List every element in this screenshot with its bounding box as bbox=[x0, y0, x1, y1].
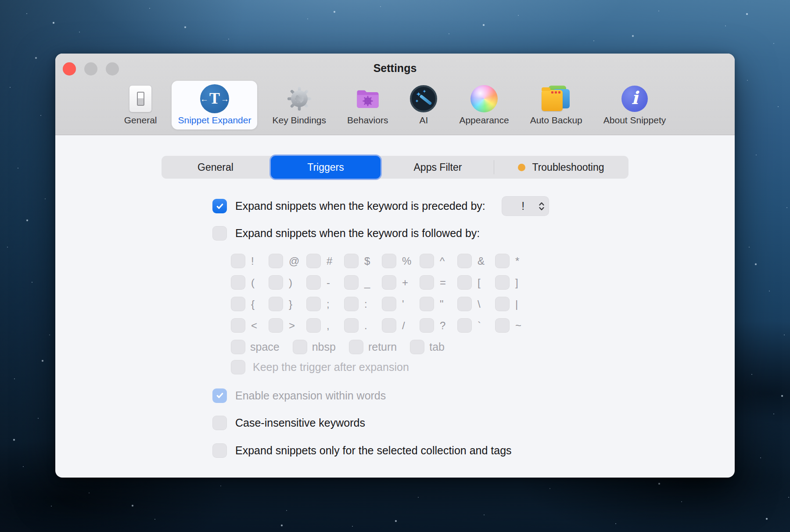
toolbar-label: Snippet Expander bbox=[178, 115, 251, 126]
symbol-label: | bbox=[515, 298, 518, 310]
symbol-label: ; bbox=[327, 298, 330, 310]
folder-gear-icon bbox=[353, 84, 382, 113]
symbol-trigger: < bbox=[231, 318, 269, 333]
symbol-trigger: ~ bbox=[495, 318, 533, 333]
checkbox bbox=[269, 318, 283, 333]
symbol-trigger: + bbox=[382, 275, 420, 290]
tab-troubleshooting[interactable]: Troubleshooting bbox=[494, 156, 628, 179]
followed-by-checkbox[interactable] bbox=[212, 226, 227, 241]
preceded-by-checkbox[interactable] bbox=[212, 199, 227, 213]
checkbox bbox=[306, 297, 321, 311]
tab-label: Troubleshooting bbox=[532, 162, 604, 173]
case-insensitive-checkbox[interactable] bbox=[212, 416, 227, 430]
toolbar-item-auto-backup[interactable]: Auto Backup bbox=[524, 81, 589, 129]
text-expander-icon: ←T→ bbox=[200, 84, 229, 113]
checkbox bbox=[457, 275, 472, 290]
symbol-label: % bbox=[402, 255, 411, 267]
checkbox bbox=[306, 254, 321, 268]
tab-triggers[interactable]: Triggers bbox=[269, 155, 382, 180]
symbol-trigger: ( bbox=[231, 275, 269, 290]
checkbox bbox=[293, 340, 307, 354]
case-insensitive-label: Case-insensitive keywords bbox=[235, 417, 365, 429]
tab-general[interactable]: General bbox=[162, 156, 269, 179]
symbol-label: + bbox=[402, 277, 408, 289]
toolbar-item-ai[interactable]: ✦ ✦ ✦ AI bbox=[403, 81, 444, 129]
symbol-trigger: ) bbox=[269, 275, 306, 290]
toolbar-item-general[interactable]: General bbox=[118, 81, 163, 129]
checkbox bbox=[457, 297, 472, 311]
symbol-trigger: ? bbox=[420, 318, 457, 333]
checkbox bbox=[457, 254, 472, 268]
symbol-label: * bbox=[515, 255, 519, 267]
window-header[interactable]: Settings General ←T→ Snippet Expander bbox=[55, 54, 735, 135]
word-trigger: return bbox=[349, 340, 397, 354]
window-title: Settings bbox=[55, 62, 735, 75]
color-sphere-icon bbox=[470, 84, 499, 113]
symbol-trigger: : bbox=[344, 297, 382, 311]
symbol-label: < bbox=[251, 320, 257, 332]
checkbox bbox=[495, 297, 510, 311]
symbol-label: ! bbox=[251, 255, 254, 267]
light-switch-icon bbox=[126, 84, 155, 113]
symbol-label: # bbox=[327, 255, 332, 267]
toolbar-label: Behaviors bbox=[347, 115, 388, 126]
expand-within-words-row: Enable expansion within words bbox=[212, 388, 735, 403]
symbol-trigger: { bbox=[231, 297, 269, 311]
toolbar-item-appearance[interactable]: Appearance bbox=[453, 81, 515, 129]
symbol-trigger: ! bbox=[231, 254, 269, 268]
preceded-by-row: Expand snippets when the keyword is prec… bbox=[212, 196, 735, 216]
tab-label: General bbox=[198, 162, 233, 173]
symbol-trigger: , bbox=[306, 318, 344, 333]
checkbox bbox=[344, 318, 359, 333]
symbol-label: [ bbox=[478, 277, 481, 289]
checkbox bbox=[306, 318, 321, 333]
toolbar-label: Auto Backup bbox=[530, 115, 582, 126]
toolbar-item-about-snippety[interactable]: i About Snippety bbox=[597, 81, 672, 129]
symbol-trigger: $ bbox=[344, 254, 382, 268]
selected-collection-checkbox[interactable] bbox=[212, 443, 227, 458]
symbol-trigger: } bbox=[269, 297, 306, 311]
checkbox bbox=[382, 318, 396, 333]
symbol-label: ' bbox=[402, 298, 404, 310]
tab-bar: General Triggers Apps Filter Troubleshoo… bbox=[162, 156, 628, 179]
checkbox bbox=[269, 254, 283, 268]
checkbox bbox=[457, 318, 472, 333]
symbol-row: ( ) - _ + = [ ] bbox=[231, 275, 735, 290]
magic-wand-icon: ✦ ✦ ✦ bbox=[409, 84, 438, 113]
symbol-label: > bbox=[289, 320, 295, 332]
symbol-row: { } ; : ' " \ | bbox=[231, 297, 735, 311]
toolbar-item-key-bindings[interactable]: Key Bindings bbox=[266, 81, 332, 129]
symbol-label: & bbox=[478, 255, 485, 267]
tab-apps-filter[interactable]: Apps Filter bbox=[382, 156, 494, 179]
symbol-trigger: - bbox=[306, 275, 344, 290]
preceded-by-dropdown[interactable]: ! bbox=[502, 196, 549, 216]
symbol-trigger: / bbox=[382, 318, 420, 333]
symbol-trigger: ` bbox=[457, 318, 495, 333]
word-label: space bbox=[250, 341, 280, 353]
dropdown-value: ! bbox=[502, 200, 539, 212]
checkbox bbox=[344, 297, 359, 311]
symbol-label: ( bbox=[251, 277, 255, 289]
checkbox bbox=[231, 318, 245, 333]
toolbar-label: General bbox=[124, 115, 157, 126]
symbol-trigger: = bbox=[420, 275, 457, 290]
checkbox bbox=[495, 275, 510, 290]
toolbar-item-snippet-expander[interactable]: ←T→ Snippet Expander bbox=[172, 81, 257, 129]
symbol-label: ) bbox=[289, 277, 292, 289]
symbol-trigger: \ bbox=[457, 297, 495, 311]
symbol-trigger: | bbox=[495, 297, 533, 311]
checkbox bbox=[420, 275, 434, 290]
symbol-label: ] bbox=[515, 277, 518, 289]
expand-within-words-checkbox bbox=[212, 388, 227, 403]
checkbox bbox=[420, 297, 434, 311]
symbol-label: $ bbox=[364, 255, 370, 267]
followed-by-row: Expand snippets when the keyword is foll… bbox=[212, 226, 735, 241]
symbol-trigger: ' bbox=[382, 297, 420, 311]
symbol-label: " bbox=[440, 298, 444, 310]
symbol-label: - bbox=[327, 277, 330, 289]
case-insensitive-row: Case-insensitive keywords bbox=[212, 415, 735, 430]
word-label: return bbox=[368, 341, 397, 353]
symbol-trigger: _ bbox=[344, 275, 382, 290]
toolbar-item-behaviors[interactable]: Behaviors bbox=[341, 81, 394, 129]
keep-trigger-row: Keep the trigger after expansion bbox=[212, 360, 735, 374]
